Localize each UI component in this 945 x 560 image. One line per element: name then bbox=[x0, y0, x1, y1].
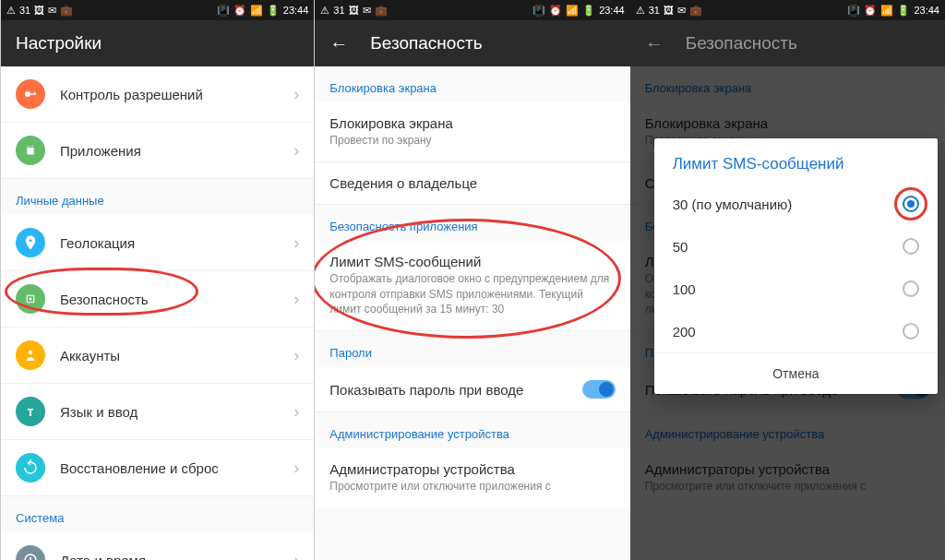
option-100[interactable]: 100 bbox=[654, 268, 938, 310]
item-language[interactable]: т Язык и ввод › bbox=[1, 384, 314, 440]
android-icon bbox=[16, 136, 45, 165]
item-show-password[interactable]: Показывать пароль при вводе bbox=[315, 367, 629, 412]
label: Лимит SMS-сообщений bbox=[329, 254, 615, 269]
cancel-button[interactable]: Отмена bbox=[654, 352, 938, 394]
chevron-icon: › bbox=[293, 233, 299, 253]
chevron-icon: › bbox=[293, 551, 299, 561]
sms-limit-dialog: Лимит SMS-сообщений 30 (по умолчанию) 50… bbox=[654, 138, 938, 394]
item-security[interactable]: Безопасность › bbox=[1, 271, 314, 328]
svg-point-8 bbox=[29, 351, 33, 355]
text-icon: т bbox=[16, 397, 45, 426]
item-backup[interactable]: Восстановление и сброс › bbox=[1, 440, 314, 496]
settings-list: Контроль разрешений › Приложения › Личны… bbox=[1, 66, 314, 560]
phone-1-settings: ⚠31🖼✉💼 📳⏰📶🔋23:44 Настройки Контроль разр… bbox=[0, 0, 315, 560]
appbar: Настройки bbox=[1, 20, 314, 66]
svg-rect-3 bbox=[27, 148, 34, 155]
statusbar: ⚠31🖼✉💼 📳⏰📶🔋23:44 bbox=[1, 0, 314, 20]
label: Администраторы устройства bbox=[329, 461, 615, 477]
label: Сведения о владельце bbox=[329, 175, 615, 191]
item-owner[interactable]: Сведения о владельце bbox=[315, 162, 629, 205]
item-location[interactable]: Геолокация › bbox=[1, 215, 314, 271]
appbar: ← Безопасность bbox=[630, 20, 945, 66]
label: Язык и ввод bbox=[60, 404, 293, 420]
security-list: Блокировка экрана Блокировка экрана Пров… bbox=[315, 66, 629, 560]
chevron-icon: › bbox=[293, 402, 299, 422]
sublabel: Отображать диалоговое окно с предупрежде… bbox=[329, 271, 615, 317]
label: Приложения bbox=[60, 143, 293, 159]
option-label: 200 bbox=[673, 324, 696, 340]
option-label: 30 (по умолчанию) bbox=[673, 197, 793, 212]
item-screenlock[interactable]: Блокировка экрана Провести по экрану bbox=[315, 102, 629, 162]
svg-point-4 bbox=[28, 146, 30, 148]
section-system: Система bbox=[1, 496, 314, 532]
item-datetime[interactable]: Дата и время › bbox=[1, 532, 314, 560]
radio-icon bbox=[903, 323, 919, 340]
chevron-icon: › bbox=[293, 290, 299, 309]
sublabel: Провести по экрану bbox=[329, 133, 615, 149]
back-button[interactable]: ← bbox=[645, 33, 664, 54]
page-title: Безопасность bbox=[686, 33, 797, 54]
label: Контроль разрешений bbox=[60, 87, 293, 102]
svg-point-0 bbox=[25, 91, 30, 97]
label: Безопасность bbox=[60, 292, 293, 307]
chevron-icon: › bbox=[293, 459, 299, 478]
section-admin: Администрирование устройства bbox=[315, 412, 629, 448]
radio-icon bbox=[903, 196, 919, 212]
back-button[interactable]: ← bbox=[329, 33, 348, 54]
statusbar: ⚠31🖼✉💼 📳⏰📶🔋23:44 bbox=[630, 0, 945, 20]
clock-icon bbox=[16, 545, 45, 560]
section-app: Безопасность приложения bbox=[315, 205, 629, 241]
item-admins[interactable]: Администраторы устройства Просмотрите ил… bbox=[315, 448, 629, 507]
chevron-icon: › bbox=[293, 85, 299, 104]
page-title: Безопасность bbox=[370, 33, 482, 54]
section-personal: Личные данные bbox=[1, 179, 314, 215]
item-permissions[interactable]: Контроль разрешений › bbox=[1, 66, 314, 123]
label: Восстановление и сброс bbox=[60, 460, 293, 476]
item-accounts[interactable]: Аккаунты › bbox=[1, 328, 314, 384]
chevron-icon: › bbox=[293, 141, 299, 161]
svg-rect-2 bbox=[34, 92, 36, 95]
location-icon bbox=[16, 228, 45, 257]
chevron-icon: › bbox=[293, 346, 299, 365]
label: Аккаунты bbox=[60, 348, 293, 363]
shield-icon bbox=[16, 284, 45, 314]
radio-icon bbox=[903, 280, 919, 297]
restore-icon bbox=[16, 453, 45, 483]
section-lock: Блокировка экрана bbox=[315, 66, 629, 102]
item-sms-limit[interactable]: Лимит SMS-сообщений Отображать диалогово… bbox=[315, 241, 629, 331]
option-50[interactable]: 50 bbox=[654, 225, 938, 268]
phone-2-security: ⚠31🖼✉💼 📳⏰📶🔋23:44 ← Безопасность Блокиров… bbox=[315, 0, 629, 560]
page-title: Настройки bbox=[16, 33, 102, 54]
toggle-switch[interactable] bbox=[582, 380, 616, 399]
phone-3-dialog: ⚠31🖼✉💼 📳⏰📶🔋23:44 ← Безопасность Блокиров… bbox=[630, 0, 945, 560]
statusbar: ⚠31🖼✉💼 📳⏰📶🔋23:44 bbox=[315, 0, 629, 20]
label: Дата и время bbox=[60, 553, 293, 561]
svg-point-5 bbox=[32, 146, 34, 148]
option-label: 100 bbox=[673, 281, 696, 297]
appbar: ← Безопасность bbox=[315, 20, 629, 66]
label: Геолокация bbox=[60, 235, 293, 251]
option-30[interactable]: 30 (по умолчанию) bbox=[654, 183, 938, 225]
key-icon bbox=[16, 79, 45, 109]
dialog-title: Лимит SMS-сообщений bbox=[654, 138, 938, 183]
label: Блокировка экрана bbox=[329, 115, 615, 131]
person-icon bbox=[16, 340, 45, 370]
label: Показывать пароль при вводе bbox=[329, 382, 581, 398]
option-label: 50 bbox=[673, 239, 688, 255]
item-apps[interactable]: Приложения › bbox=[1, 123, 314, 179]
section-passwords: Пароли bbox=[315, 331, 629, 367]
radio-icon bbox=[903, 238, 919, 255]
svg-point-7 bbox=[30, 298, 32, 301]
option-200[interactable]: 200 bbox=[654, 310, 938, 352]
sublabel: Просмотрите или отключите приложения с bbox=[329, 479, 615, 494]
